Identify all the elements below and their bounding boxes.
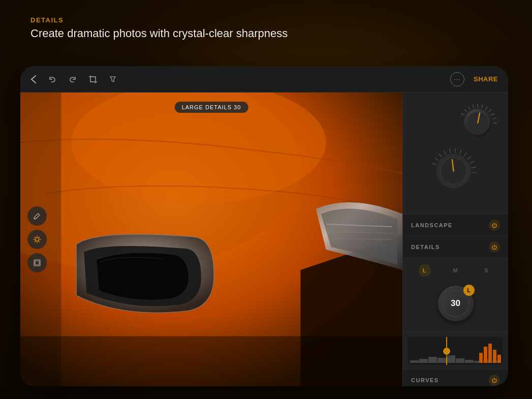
svg-line-15 [35, 237, 35, 237]
lms-l-button[interactable]: L [419, 264, 431, 277]
crop-button[interactable] [88, 75, 98, 84]
lms-s-button[interactable]: S [481, 264, 493, 277]
details-power-button[interactable] [489, 241, 500, 253]
landscape-power-button[interactable] [489, 220, 500, 231]
header: DETAILS Create dramatic photos with crys… [30, 16, 288, 40]
histogram-area [403, 333, 508, 370]
svg-line-47 [472, 172, 476, 173]
toolbar-left [30, 75, 117, 84]
histogram [408, 337, 503, 365]
dials-area [403, 93, 508, 214]
svg-line-17 [39, 237, 39, 237]
light-tool[interactable] [27, 230, 47, 249]
details-section-row: DETAILS [403, 236, 508, 258]
header-label: DETAILS [30, 16, 288, 24]
dials-svg [403, 93, 508, 214]
svg-point-9 [34, 218, 36, 219]
knob-container: L 30 [409, 281, 502, 326]
details-knob[interactable]: L 30 [438, 286, 474, 321]
redo-button[interactable] [68, 75, 77, 84]
details-panel: L M S L 30 [403, 258, 508, 333]
curves-label: CURVES [411, 377, 439, 383]
large-details-badge: LARGE DETAILS 30 [175, 102, 248, 113]
photo-area: LARGE DETAILS 30 [20, 93, 402, 386]
knob-l-indicator: L [463, 285, 475, 296]
svg-rect-7 [20, 336, 402, 386]
svg-point-10 [36, 238, 39, 241]
layers-tool[interactable] [27, 253, 47, 272]
brush-tool[interactable] [27, 206, 47, 226]
toolbar-right: ··· SHARE [450, 72, 498, 86]
svg-line-41 [455, 148, 456, 153]
curves-section: CURVES [403, 370, 508, 386]
svg-line-16 [39, 241, 39, 241]
lms-m-button[interactable]: M [450, 264, 462, 277]
svg-rect-20 [35, 261, 39, 265]
header-subtitle: Create dramatic photos with crystal-clea… [30, 27, 288, 40]
toolbar: ··· SHARE [20, 66, 508, 93]
svg-rect-21 [403, 93, 508, 214]
more-button[interactable]: ··· [450, 72, 464, 86]
back-button[interactable] [30, 75, 37, 84]
share-button[interactable]: SHARE [474, 75, 498, 83]
details-label: DETAILS [411, 244, 440, 250]
content-area: LARGE DETAILS 30 [20, 93, 508, 386]
svg-line-18 [35, 241, 35, 241]
left-tools [27, 206, 47, 272]
landscape-section: LANDSCAPE [403, 214, 508, 236]
tablet-frame: ··· SHARE [20, 66, 508, 386]
right-panel: LANDSCAPE DETAILS [402, 93, 508, 386]
undo-button[interactable] [48, 75, 57, 84]
curves-power-button[interactable] [489, 375, 500, 386]
landscape-label: LANDSCAPE [411, 222, 453, 228]
filter-button[interactable] [109, 75, 117, 83]
car-photo [20, 93, 402, 386]
lms-row: L M S [409, 264, 502, 277]
